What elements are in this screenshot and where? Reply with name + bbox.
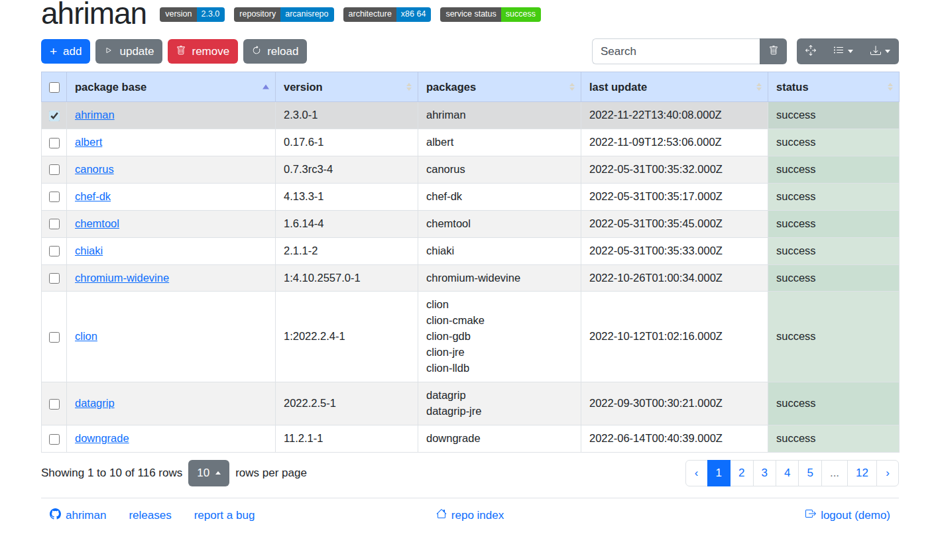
- clear-search-trash-icon: [769, 46, 778, 57]
- row-checkbox[interactable]: [49, 164, 60, 175]
- packages-cell: albert: [418, 129, 581, 156]
- report-bug-link[interactable]: report a bug: [194, 508, 255, 523]
- version-cell: 1:4.10.2557.0-1: [276, 264, 418, 292]
- export-dropdown-button[interactable]: [862, 38, 899, 64]
- table-row[interactable]: albert 0.17.6-1 albert 2022-11-09T12:53:…: [42, 129, 900, 156]
- next-page-button[interactable]: ›: [876, 460, 899, 486]
- row-checkbox[interactable]: [49, 246, 60, 256]
- search-input[interactable]: [592, 38, 760, 64]
- page-button-5[interactable]: 5: [798, 460, 821, 486]
- columns-dropdown-button[interactable]: [825, 38, 862, 64]
- rows-per-page-dropdown[interactable]: 10: [188, 460, 229, 486]
- add-button[interactable]: + add: [41, 39, 90, 64]
- package-base-link[interactable]: clion: [75, 330, 97, 342]
- prev-page-button[interactable]: ‹: [685, 460, 708, 486]
- column-header-last-update[interactable]: last update: [581, 72, 768, 102]
- package-base-link[interactable]: datagrip: [75, 397, 115, 409]
- reload-button[interactable]: reload: [243, 39, 307, 64]
- sort-both-icon: [569, 83, 575, 91]
- last-update-cell: 2022-05-31T00:35:45.000Z: [581, 210, 768, 237]
- action-buttons: + add update remove reload: [41, 39, 307, 64]
- last-update-cell: 2022-10-26T01:00:34.000Z: [581, 264, 768, 292]
- last-update-cell: 2022-06-14T00:40:39.000Z: [581, 425, 768, 452]
- package-base-link[interactable]: canorus: [75, 163, 114, 175]
- last-update-cell: 2022-05-31T00:35:17.000Z: [581, 183, 768, 210]
- column-header-version[interactable]: version: [276, 72, 418, 102]
- repo-index-link[interactable]: repo index: [436, 508, 504, 522]
- fullscreen-button[interactable]: [797, 38, 825, 64]
- row-checkbox[interactable]: [49, 399, 60, 410]
- table-row[interactable]: canorus 0.7.3rc3-4 canorus 2022-05-31T00…: [42, 156, 900, 183]
- table-row[interactable]: chromium-widevine 1:4.10.2557.0-1 chromi…: [42, 264, 900, 292]
- table-row[interactable]: ahriman 2.3.0-1 ahriman 2022-11-22T13:40…: [42, 102, 900, 129]
- clear-search-button[interactable]: [760, 38, 787, 64]
- remove-button[interactable]: remove: [168, 39, 238, 64]
- row-checkbox[interactable]: [49, 192, 60, 202]
- package-base-link[interactable]: chiaki: [75, 245, 103, 256]
- pagination-bar: Showing 1 to 10 of 116 rows 10 rows per …: [41, 460, 899, 486]
- chevron-down-icon: [885, 50, 890, 53]
- play-icon: [104, 44, 113, 60]
- row-checkbox[interactable]: [49, 111, 60, 121]
- table-row[interactable]: chef-dk 4.13.3-1 chef-dk 2022-05-31T00:3…: [42, 183, 900, 210]
- packages-cell: chemtool: [418, 210, 581, 237]
- page-button-2[interactable]: 2: [730, 460, 753, 486]
- table-row[interactable]: chiaki 2.1.1-2 chiaki 2022-05-31T00:35:3…: [42, 237, 900, 264]
- row-checkbox[interactable]: [49, 332, 60, 343]
- page-button-12[interactable]: 12: [847, 460, 877, 486]
- package-base-link[interactable]: albert: [75, 136, 102, 148]
- row-checkbox[interactable]: [49, 138, 60, 148]
- rows-per-page-text: rows per page: [235, 467, 307, 480]
- chevron-up-icon: [215, 471, 221, 475]
- page-button-3[interactable]: 3: [753, 460, 776, 486]
- chevron-down-icon: [848, 50, 853, 53]
- package-base-link[interactable]: downgrade: [75, 432, 129, 444]
- column-header-package-base[interactable]: package base: [67, 72, 276, 102]
- row-checkbox[interactable]: [49, 219, 60, 229]
- page-button-4[interactable]: 4: [776, 460, 799, 486]
- logout-link[interactable]: logout (demo): [805, 508, 890, 522]
- header-badge: architecturex86 64: [343, 7, 432, 22]
- fullscreen-arrows-icon: [805, 45, 816, 58]
- table-row[interactable]: downgrade 11.2.1-1 downgrade 2022-06-14T…: [42, 425, 900, 452]
- status-cell: success: [768, 183, 900, 210]
- status-cell: success: [768, 129, 900, 156]
- packages-cell: canorus: [418, 156, 581, 183]
- logout-icon: [805, 508, 816, 522]
- header-badges: version2.3.0repositoryarcanisrepoarchite…: [160, 7, 541, 22]
- version-cell: 0.17.6-1: [276, 129, 418, 156]
- pager: ‹ 1 2 3 4 5 ... 12 ›: [685, 460, 899, 486]
- page-summary: Showing 1 to 10 of 116 rows 10 rows per …: [41, 460, 307, 486]
- column-header-packages[interactable]: packages: [418, 72, 581, 102]
- table-row[interactable]: clion 1:2022.2.4-1 clionclion-cmakeclion…: [42, 292, 900, 382]
- package-base-link[interactable]: chemtool: [75, 217, 119, 229]
- page-button-1[interactable]: 1: [707, 460, 731, 486]
- version-cell: 1.6.14-4: [276, 210, 418, 237]
- page-title: ahriman: [41, 0, 146, 30]
- version-cell: 4.13.3-1: [276, 183, 418, 210]
- package-base-link[interactable]: chromium-widevine: [75, 272, 169, 284]
- table-row[interactable]: chemtool 1.6.14-4 chemtool 2022-05-31T00…: [42, 210, 900, 237]
- last-update-cell: 2022-11-22T13:40:08.000Z: [581, 102, 768, 129]
- column-header-status[interactable]: status: [768, 72, 900, 102]
- ellipsis-page-button[interactable]: ...: [821, 460, 848, 486]
- status-cell: success: [768, 237, 900, 264]
- packages-cell: datagripdatagrip-jre: [418, 382, 581, 425]
- package-base-link[interactable]: chef-dk: [75, 190, 111, 202]
- update-button[interactable]: update: [95, 39, 162, 64]
- page: ahriman version2.3.0repositoryarcanisrep…: [41, 0, 899, 523]
- last-update-cell: 2022-05-31T00:35:32.000Z: [581, 156, 768, 183]
- control-bar: + add update remove reload: [41, 38, 899, 64]
- table-tools: [592, 38, 899, 64]
- row-checkbox[interactable]: [49, 434, 60, 445]
- version-cell: 0.7.3rc3-4: [276, 156, 418, 183]
- releases-link[interactable]: releases: [129, 508, 171, 523]
- trash-icon: [176, 44, 186, 60]
- table-row[interactable]: datagrip 2022.2.5-1 datagripdatagrip-jre…: [42, 382, 900, 425]
- row-checkbox[interactable]: [49, 273, 60, 284]
- status-cell: success: [768, 264, 900, 292]
- package-base-link[interactable]: ahriman: [75, 109, 115, 121]
- select-all-checkbox[interactable]: [49, 82, 60, 93]
- version-cell: 2022.2.5-1: [276, 382, 418, 425]
- project-link[interactable]: ahriman: [50, 508, 106, 523]
